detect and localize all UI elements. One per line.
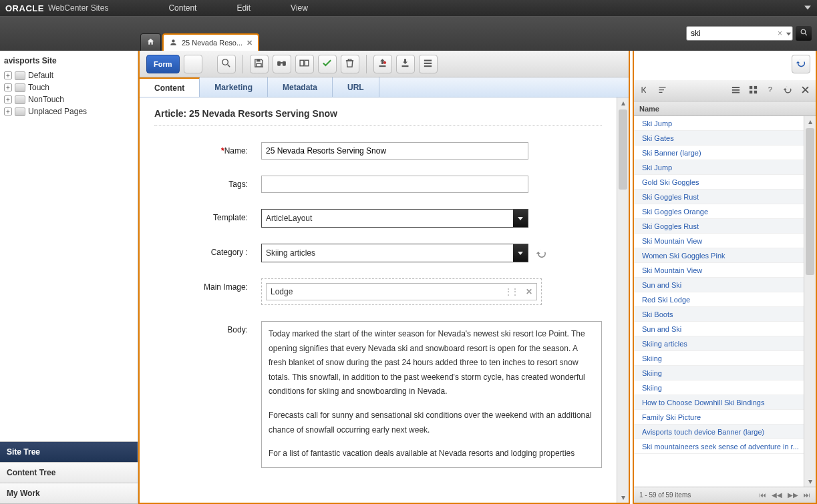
page-last-icon[interactable]: ⏭ (804, 491, 810, 499)
result-row[interactable]: Family Ski Picture (634, 410, 804, 425)
tree-node[interactable]: +Unplaced Pages (4, 105, 134, 117)
result-row[interactable]: Skiing (634, 351, 804, 366)
result-row[interactable]: Sun and Ski (634, 322, 804, 336)
sidebar-section-my-work[interactable]: My Work (0, 483, 138, 504)
help-button[interactable]: ? (764, 84, 777, 97)
search-dropdown-icon[interactable] (786, 29, 792, 39)
scroll-down-icon[interactable]: ▾ (804, 476, 816, 487)
result-row[interactable]: Ski Jump (634, 116, 804, 131)
result-row[interactable]: Ski Jump (634, 160, 804, 175)
sidebar-section-site-tree[interactable]: Site Tree (0, 442, 138, 463)
page-next-icon[interactable]: ▶▶ (788, 491, 798, 499)
category-refresh-button[interactable] (536, 248, 548, 260)
result-row[interactable]: Ski Gates (634, 131, 804, 146)
delete-button[interactable] (341, 55, 359, 73)
result-row[interactable]: Gold Ski Goggles (634, 175, 804, 190)
list-view-button[interactable] (729, 84, 742, 97)
results-column-header[interactable]: Name (634, 101, 816, 116)
checkin-button[interactable] (396, 55, 415, 73)
subtab-marketing[interactable]: Marketing (200, 77, 268, 97)
drag-handle-icon[interactable]: ⋮⋮ (504, 287, 518, 296)
menu-content[interactable]: Content (168, 3, 196, 13)
result-row[interactable]: Ski Mountain View (634, 234, 804, 248)
scroll-up-icon[interactable]: ▴ (804, 116, 816, 127)
tree-node[interactable]: +Touch (4, 81, 134, 93)
expand-icon[interactable]: + (4, 107, 12, 115)
menu-view[interactable]: View (291, 3, 308, 13)
approve-button[interactable] (318, 55, 337, 73)
svg-rect-22 (749, 90, 752, 93)
tab-article[interactable]: 25 Nevada Reso... ✕ (162, 33, 259, 51)
refresh-results-button[interactable] (781, 84, 794, 97)
svg-rect-19 (731, 91, 739, 93)
template-value: ArticleLayout (262, 214, 513, 223)
category-select[interactable]: Skiing articles (261, 244, 528, 262)
result-row[interactable]: Ski Boots (634, 307, 804, 322)
chevron-down-icon[interactable] (513, 244, 528, 262)
remove-image-icon[interactable]: ✕ (526, 287, 532, 296)
sort-button[interactable] (655, 84, 669, 97)
multidevice-button[interactable] (295, 55, 314, 73)
body-paragraph: Today marked the start of the winter sea… (269, 327, 595, 399)
save-button[interactable] (250, 55, 269, 73)
result-row[interactable]: Skiing (634, 366, 804, 381)
label-tags: Tags: (154, 176, 261, 193)
result-row[interactable]: Skiing articles (634, 336, 804, 351)
tree-node[interactable]: +NonTouch (4, 93, 134, 105)
scroll-up-icon[interactable]: ▴ (617, 97, 629, 108)
expand-icon[interactable]: + (4, 95, 12, 103)
mainimage-dropzone[interactable]: Lodge ⋮⋮ ✕ (261, 278, 542, 305)
dock-left-button[interactable] (638, 84, 651, 97)
expand-icon[interactable]: + (4, 83, 12, 91)
results-scrollbar[interactable]: ▴ ▾ (804, 116, 816, 487)
result-row[interactable]: Avisports touch device Banner (large) (634, 425, 804, 439)
result-row[interactable]: Women Ski Goggles Pink (634, 248, 804, 263)
tree-node[interactable]: +Default (4, 69, 134, 81)
form-mode-button[interactable]: Form (146, 55, 180, 73)
subtab-url[interactable]: URL (333, 77, 379, 97)
scroll-down-icon[interactable]: ▾ (617, 492, 629, 503)
home-tab[interactable] (140, 33, 161, 51)
inspect-button[interactable] (217, 55, 236, 73)
tab-close-icon[interactable]: ✕ (247, 39, 253, 47)
menu-edit[interactable]: Edit (236, 3, 251, 13)
svg-rect-20 (749, 85, 752, 88)
grid-view-button[interactable] (746, 84, 760, 97)
search-button[interactable] (796, 26, 812, 41)
search-clear-icon[interactable]: × (778, 29, 782, 38)
chevron-down-icon[interactable] (513, 210, 528, 227)
subtab-metadata[interactable]: Metadata (268, 77, 333, 97)
template-select[interactable]: ArticleLayout (261, 209, 528, 228)
properties-button[interactable] (419, 55, 438, 73)
tags-field[interactable] (261, 176, 528, 193)
result-row[interactable]: Red Ski Lodge (634, 292, 804, 307)
preview-button[interactable] (273, 55, 291, 73)
results-count: 1 - 59 of 59 items (639, 491, 691, 499)
result-row[interactable]: Ski mountaineers seek sense of adventure… (634, 439, 804, 454)
result-row[interactable]: Ski Goggles Rust (634, 190, 804, 204)
name-field[interactable] (261, 142, 528, 160)
checkout-button[interactable] (373, 55, 392, 73)
subtab-content[interactable]: Content (140, 77, 200, 97)
body-editor[interactable]: Today marked the start of the winter sea… (261, 321, 602, 468)
close-results-button[interactable] (798, 84, 812, 97)
result-row[interactable]: Ski Banner (large) (634, 146, 804, 160)
result-row[interactable]: How to Choose Downhill Ski Bindings (634, 395, 804, 410)
result-row[interactable]: Sun and Ski (634, 278, 804, 292)
page-first-icon[interactable]: ⏮ (760, 491, 766, 499)
result-row[interactable]: Ski Mountain View (634, 263, 804, 278)
mainimage-chip[interactable]: Lodge ⋮⋮ ✕ (266, 283, 537, 300)
app-menu-dropdown-icon[interactable] (804, 3, 812, 13)
result-row[interactable]: Ski Goggles Rust (634, 219, 804, 234)
refresh-panel-button[interactable] (792, 55, 810, 73)
editor-scrollbar[interactable]: ▴ ▾ (617, 97, 629, 503)
page-prev-icon[interactable]: ◀◀ (772, 491, 782, 499)
web-mode-button[interactable] (184, 55, 202, 73)
tree-label: Unplaced Pages (28, 107, 87, 116)
result-row[interactable]: Ski Goggles Orange (634, 204, 804, 219)
sidebar-section-content-tree[interactable]: Content Tree (0, 463, 138, 483)
result-row[interactable]: Skiing (634, 381, 804, 395)
dock-icon (640, 85, 650, 97)
save-icon (253, 57, 265, 71)
expand-icon[interactable]: + (4, 71, 12, 79)
